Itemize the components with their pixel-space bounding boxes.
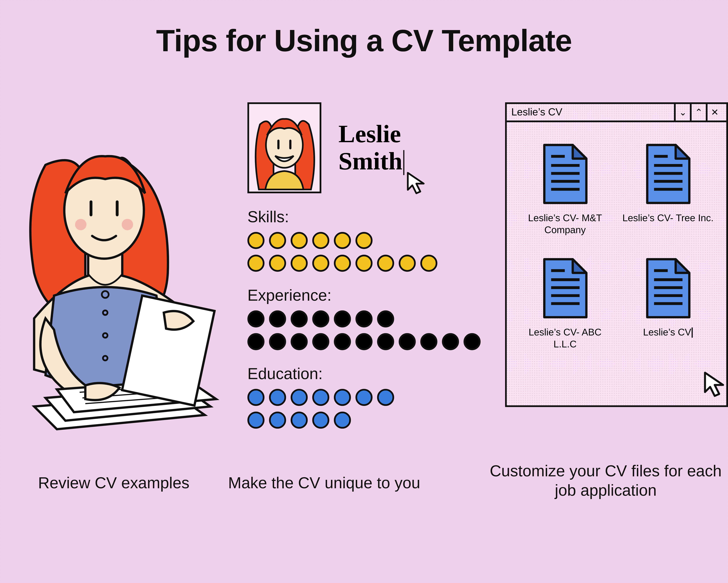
file-item[interactable]: Leslie’s CV	[620, 257, 716, 350]
dot	[269, 412, 286, 429]
dot	[334, 311, 351, 327]
dot	[420, 333, 437, 350]
cv-name-last: Smith	[338, 147, 402, 175]
window-min-button[interactable]: ⌄	[674, 104, 690, 121]
dot	[420, 255, 437, 272]
dot	[334, 412, 351, 429]
dot	[291, 333, 308, 350]
caption-customize: Customize your CV files for each job app…	[489, 461, 722, 500]
dot	[248, 412, 264, 429]
dot	[291, 255, 308, 272]
dot	[312, 333, 329, 350]
dot	[334, 389, 351, 406]
caption-review: Review CV examples	[11, 474, 216, 492]
dot	[269, 232, 286, 249]
dot	[356, 389, 372, 406]
dot	[269, 255, 286, 272]
text-cursor	[404, 150, 405, 175]
cv-preview: Leslie Smith Skills: Experience: Educati…	[248, 102, 492, 434]
file-item[interactable]: Leslie’s CV- ABC L.L.C	[517, 257, 613, 350]
file-label: Leslie’s CV- ABC L.L.C	[517, 326, 613, 350]
dot	[248, 389, 264, 406]
file-item[interactable]: Leslie’s CV- Tree Inc.	[620, 142, 716, 236]
cv-name: Leslie Smith	[338, 121, 405, 175]
skills-label: Skills:	[248, 208, 492, 226]
file-item[interactable]: Leslie’s CV- M&T Company	[517, 142, 613, 236]
window-close-button[interactable]: ✕	[706, 104, 722, 121]
dot	[312, 389, 329, 406]
dot	[334, 333, 351, 350]
caption-unique: Make the CV unique to you	[210, 474, 438, 492]
experience-label: Experience:	[248, 287, 492, 305]
cv-name-first: Leslie	[338, 120, 401, 148]
education-label: Education:	[248, 365, 492, 383]
dot	[312, 412, 329, 429]
file-label: Leslie’s CV- M&T Company	[517, 212, 613, 236]
dot	[377, 255, 394, 272]
woman-reading-illustration	[0, 125, 228, 444]
pointer-cursor-icon	[406, 171, 431, 196]
window-max-button[interactable]: ⌃	[690, 104, 706, 121]
dot	[399, 333, 416, 350]
cv-section-experience: Experience:	[248, 287, 492, 350]
cv-photo-frame	[248, 102, 321, 193]
cv-photo-portrait	[249, 102, 319, 191]
dot	[442, 333, 459, 350]
dot	[248, 255, 264, 272]
page-title: Tips for Using a CV Template	[0, 23, 728, 58]
dot	[356, 311, 372, 327]
dot	[334, 232, 351, 249]
dot	[356, 232, 372, 249]
dot	[291, 412, 308, 429]
svg-point-8	[122, 219, 133, 230]
dot	[356, 333, 372, 350]
cv-section-skills: Skills:	[248, 208, 492, 272]
dot	[291, 232, 308, 249]
dot	[269, 311, 286, 327]
file-label: Leslie’s CV	[620, 326, 716, 338]
dot	[377, 333, 394, 350]
dot	[248, 333, 264, 350]
window-title-text: Leslie’s CV	[511, 106, 562, 118]
dot	[312, 311, 329, 327]
text-cursor	[692, 327, 693, 338]
file-label: Leslie’s CV- Tree Inc.	[620, 212, 716, 224]
dot	[399, 255, 416, 272]
pointer-cursor-icon	[702, 370, 728, 398]
svg-point-7	[75, 219, 86, 230]
dot	[356, 255, 372, 272]
dot	[377, 311, 394, 327]
dot	[464, 333, 480, 350]
dot	[291, 311, 308, 327]
dot	[291, 389, 308, 406]
dot	[269, 333, 286, 350]
dot	[312, 255, 329, 272]
file-window: Leslie’s CV ⌄ ⌃ ✕ Leslie’s CV- M&T Compa…	[505, 102, 728, 407]
window-titlebar[interactable]: Leslie’s CV ⌄ ⌃ ✕	[507, 104, 726, 122]
dot	[377, 389, 394, 406]
dot	[334, 255, 351, 272]
dot	[312, 232, 329, 249]
dot	[248, 232, 264, 249]
cv-section-education: Education:	[248, 365, 492, 429]
dot	[269, 389, 286, 406]
dot	[248, 311, 264, 327]
